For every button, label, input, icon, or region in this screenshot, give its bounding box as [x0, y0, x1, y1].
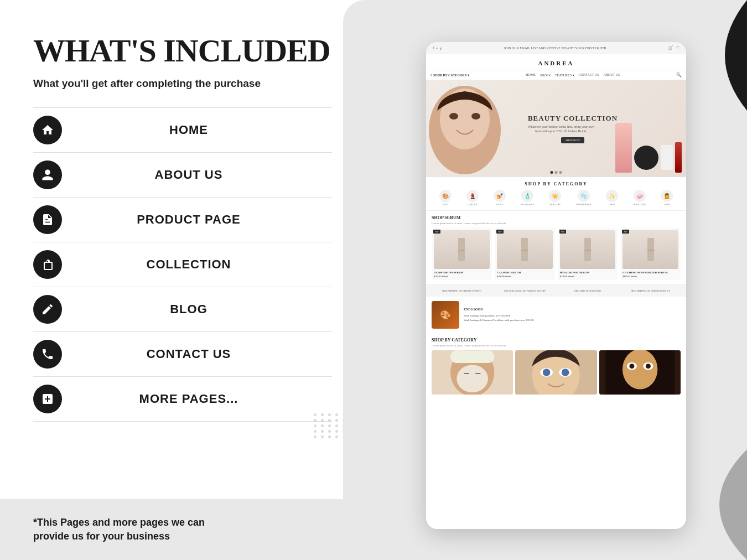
- svg-point-15: [456, 365, 488, 392]
- product-image-4: ANDREA: [622, 230, 678, 269]
- left-panel: WHAT'S INCLUDED What you'll get after co…: [0, 0, 365, 560]
- category-section-title: SHOP BY CATEGORY: [432, 182, 681, 186]
- cat-suncare[interactable]: ☀️ SUN CARE: [549, 190, 561, 206]
- promo-text-block: ENDS SOON Stud Earrings with purchase ov…: [464, 307, 534, 323]
- category-btn[interactable]: ≡ SHOP BY CATEGORY ▾: [430, 73, 469, 77]
- product-badge-3: Sale: [559, 230, 567, 234]
- product-cream-tube: [615, 123, 632, 173]
- search-icon-nav[interactable]: 🔍: [676, 72, 682, 77]
- menu-item-contact[interactable]: CONTACT US: [33, 332, 332, 377]
- product-card-3[interactable]: Sale ANDREA HYALURONIC SERUM $79.00 $99.…: [558, 228, 618, 280]
- menu-item-product[interactable]: PRODUCT PAGE: [33, 198, 332, 242]
- product-image-3: ANDREA: [560, 230, 616, 269]
- page-subtitle: What you'll get after completing the pur…: [33, 77, 332, 90]
- cat-skin[interactable]: ✨ SKIN: [606, 190, 618, 206]
- product-label: PRODUCT PAGE: [79, 212, 332, 227]
- banner-3: WELCOME TO OUR STORE: [557, 289, 618, 292]
- serum-title: SHOP SERUM: [432, 215, 681, 220]
- home-label: HOME: [79, 123, 332, 137]
- promo-image: 🎨: [432, 301, 459, 329]
- tablet-nav: ≡ SHOP BY CATEGORY ▾ HOME SHOP ▾ FEATURE…: [426, 70, 686, 80]
- category-section: SHOP BY CATEGORY 🎨 FACE 💄 LIPSTICK 💅 NAI…: [426, 177, 686, 211]
- cat-bodycare[interactable]: 🧼 BODY CARE: [633, 190, 646, 206]
- nav-features[interactable]: FEATURES ▾: [555, 73, 574, 77]
- product-price-2: $49.00 $79.00: [497, 275, 553, 278]
- product-price-3: $79.00 $99.00: [560, 275, 616, 278]
- cat-nails[interactable]: 💅 NAILS: [494, 190, 506, 206]
- svg-point-26: [622, 350, 657, 390]
- banner-2: JOIN OUR EMAIL LIST AND GET 20% OFF: [495, 289, 556, 292]
- suncare-label: SUN CARE: [549, 203, 561, 206]
- about-label: ABOUT US: [79, 168, 332, 182]
- plus-doc-icon: [33, 385, 62, 413]
- document-icon: [33, 205, 62, 234]
- nav-home[interactable]: HOME: [526, 73, 536, 77]
- wishlist-icon: ♡: [676, 45, 679, 50]
- bottom-cat-img-2[interactable]: [515, 350, 596, 395]
- menu-item-more[interactable]: MORE PAGES...: [33, 377, 332, 422]
- serum-desc: Lorem ipsum dolor sit amet, consec adipi…: [432, 222, 681, 225]
- menu-item-about[interactable]: ABOUT US: [33, 153, 332, 198]
- menu-item-blog[interactable]: BLOG: [33, 287, 332, 332]
- nails-icon: 💅: [494, 190, 506, 202]
- product-lipstick: [675, 142, 682, 173]
- user-icon: [33, 160, 62, 189]
- cat-lipstick[interactable]: 💄 LIPSTICK: [466, 190, 479, 206]
- product-compact: [634, 146, 658, 170]
- phone-icon: [33, 340, 62, 369]
- edit-icon: [33, 295, 62, 324]
- menu-list: HOME ABOUT US PRODUCT PAGE: [33, 107, 332, 422]
- svg-text:ANDREA: ANDREA: [646, 250, 655, 252]
- bottom-cat-img-1[interactable]: [432, 350, 513, 395]
- brand-name: ANDREA: [538, 60, 574, 66]
- svg-text:ANDREA: ANDREA: [457, 250, 466, 252]
- product-card-2[interactable]: Sale ANDREA CALMING SERUM $49.00 $79.00: [495, 228, 555, 280]
- nav-contact[interactable]: CONTACT US: [579, 73, 599, 77]
- blog-label: BLOG: [79, 302, 332, 317]
- product-image-1: ANDREA: [434, 230, 490, 269]
- hero-shop-btn[interactable]: SHOP NOW: [561, 137, 584, 143]
- nails-label: NAILS: [496, 203, 503, 206]
- cat-moisturizer[interactable]: 🫧 MOISTURIZER: [576, 190, 591, 206]
- bodycare-label: BODY CARE: [633, 203, 646, 206]
- social-icons: f o p: [433, 46, 442, 50]
- menu-item-collection[interactable]: COLLECTION: [33, 242, 332, 287]
- banner-strip: FREE SHIPPING ON ORDERS OVER $75 JOIN OU…: [426, 284, 686, 297]
- hero-dot-1: [551, 171, 553, 174]
- promo-text: JOIN OUR EMAIL LIST AND RECEIVE 20% OFF …: [504, 46, 606, 50]
- nav-links: HOME SHOP ▾ FEATURES ▾ CONTACT US ABOUT …: [526, 73, 620, 77]
- tablet-hero: BEAUTY COLLECTION Whatever your fashion …: [426, 80, 686, 177]
- svg-text:ANDREA: ANDREA: [520, 250, 529, 252]
- menu-item-home[interactable]: HOME: [33, 107, 332, 153]
- bottom-cat-img-3[interactable]: [599, 350, 681, 395]
- svg-point-28: [629, 364, 634, 369]
- cat-hair[interactable]: 💆 HAIR: [661, 190, 673, 206]
- promo-badge: ENDS SOON: [464, 307, 534, 313]
- product-name-4: CALMING MOISTURIZER SERUM: [622, 271, 678, 274]
- bottom-note-text: *This Pages and more pages we can provid…: [33, 516, 332, 543]
- hero-products: [615, 123, 682, 173]
- bottom-cat-grid: [432, 350, 681, 395]
- svg-point-2: [449, 113, 458, 120]
- tablet-promo-bar: f o p JOIN OUR EMAIL LIST AND RECEIVE 20…: [426, 42, 686, 54]
- bodycare-icon: 🧼: [634, 190, 646, 202]
- moisturizer-icon: 🫧: [578, 190, 590, 202]
- hero-dot-3: [559, 171, 562, 174]
- product-price-1: $39.00 $69.00: [434, 275, 490, 278]
- product-badge-2: Sale: [496, 230, 504, 234]
- svg-text:ANDREA: ANDREA: [583, 250, 592, 252]
- cat-fragrance[interactable]: 🧴 FRAGRANCE: [521, 190, 534, 206]
- moisturizer-label: MOISTURIZER: [576, 203, 591, 206]
- product-name-3: HYALURONIC SERUM: [560, 271, 616, 274]
- nav-shop[interactable]: SHOP ▾: [540, 73, 551, 77]
- product-price-4: $69.00 $99.00: [622, 275, 678, 278]
- product-card-4[interactable]: Sale ANDREA CALMING MOISTURIZER SERUM $6…: [620, 228, 681, 280]
- svg-point-30: [646, 364, 651, 369]
- tablet-mockup: f o p JOIN OUR EMAIL LIST AND RECEIVE 20…: [426, 42, 686, 529]
- svg-point-3: [471, 113, 480, 120]
- product-card-1[interactable]: Sale ANDREA GLOW DROPS SERUM $39.00 $69.…: [432, 228, 492, 280]
- face-icon: 🎨: [439, 190, 452, 202]
- nav-about[interactable]: ABOUT US: [603, 73, 620, 77]
- cat-face[interactable]: 🎨 FACE: [439, 190, 452, 206]
- lipstick-icon: 💄: [466, 190, 479, 202]
